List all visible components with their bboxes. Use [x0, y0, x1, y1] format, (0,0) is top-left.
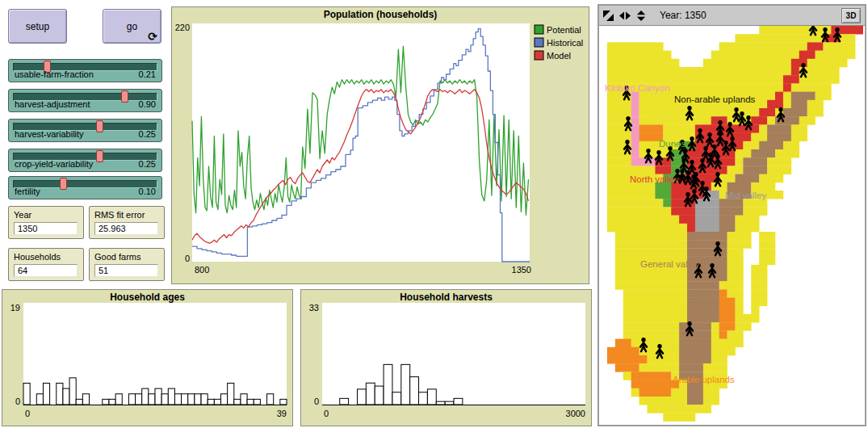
svg-text:0: 0	[314, 397, 319, 406]
legend-label-potential: Potential	[547, 25, 581, 35]
hist-bar	[234, 399, 241, 405]
view-content[interactable]: Kinbiko CanyonNon-arable uplandsDunesNor…	[599, 26, 865, 425]
monitor-households: Households 64	[8, 248, 84, 281]
hist-bar	[57, 383, 63, 405]
setup-button-label: setup	[26, 21, 49, 32]
hist-bar	[419, 392, 428, 405]
slider-value: 0.21	[139, 69, 156, 79]
svg-text:800: 800	[195, 265, 209, 275]
hist-bar	[103, 399, 109, 405]
go-button-label: go	[127, 21, 137, 32]
horizontal-arrows-icon[interactable]	[619, 11, 631, 20]
household-harvests-title: Household harvests	[301, 292, 591, 303]
hist-bar	[267, 394, 274, 405]
population-plot-title: Population (households)	[172, 9, 589, 20]
monitor-good-farms: Good farms 51	[89, 248, 165, 281]
hist-bar	[436, 401, 445, 405]
hist-bar	[82, 394, 89, 405]
slider-value: 0.25	[139, 159, 156, 169]
hist-bar	[136, 394, 142, 405]
hist-bar	[384, 364, 392, 405]
monitor-label: Year	[9, 207, 83, 220]
slider-harvest-variability[interactable]: harvest-variability0.25	[8, 119, 162, 142]
household-harvests-plot: 33003000 Household harvests	[300, 289, 592, 426]
hist-bar	[445, 401, 454, 405]
slider-usable-farm-fraction[interactable]: usable-farm-fraction0.21	[8, 59, 162, 82]
legend-swatch-model	[535, 51, 543, 60]
hist-bar	[182, 394, 188, 405]
hist-bar	[247, 399, 254, 405]
monitor-label: Good farms	[90, 249, 164, 262]
monitor-value: 25.963	[94, 222, 158, 235]
monitor-value: 64	[14, 264, 78, 277]
map-label: General valley	[640, 259, 700, 269]
slider-harvest-adjustment[interactable]: harvest-adjustment0.90	[8, 89, 162, 112]
svg-text:39: 39	[277, 409, 287, 418]
vertical-arrows-icon[interactable]	[636, 10, 646, 21]
hist-bar	[375, 386, 384, 405]
slider-value: 0.90	[139, 99, 156, 109]
svg-text:220: 220	[175, 23, 190, 32]
hist-bar	[149, 394, 155, 405]
slider-crop-yield-variability[interactable]: crop-yield-variability0.25	[8, 149, 162, 172]
hist-bar	[109, 399, 115, 405]
slider-value: 0.25	[139, 129, 156, 139]
hist-bar	[69, 378, 76, 405]
hist-bar	[201, 394, 208, 405]
hist-bar	[454, 398, 463, 405]
slider-fertility[interactable]: fertility0.10	[8, 176, 162, 199]
legend-swatch-historical	[535, 38, 543, 47]
population-plot-svg: 22008001350PotentialHistoricalModel	[172, 7, 589, 283]
hist-bar	[188, 394, 195, 405]
hist-bar	[128, 394, 135, 405]
hist-bar	[410, 377, 419, 405]
hist-bar	[427, 389, 436, 405]
setup-button[interactable]: setup	[8, 9, 67, 44]
monitor-value: 51	[94, 264, 158, 277]
household-harvests-svg: 33003000	[301, 290, 591, 426]
hist-bar	[161, 394, 168, 405]
legend-swatch-potential	[535, 25, 543, 34]
hist-bar	[214, 399, 220, 405]
slider-label: harvest-adjustment	[15, 99, 90, 109]
slider-label: harvest-variability	[15, 129, 84, 139]
slider-label: fertility	[15, 187, 40, 196]
view-3d-label: 3D	[846, 11, 857, 20]
svg-text:0: 0	[15, 397, 20, 406]
view-3d-button[interactable]: 3D	[841, 8, 861, 23]
map-canvas: Kinbiko CanyonNon-arable uplandsDunesNor…	[599, 26, 863, 425]
hist-bar	[63, 388, 69, 405]
view-toolbar: Year: 1350 3D	[599, 6, 865, 26]
svg-text:19: 19	[10, 303, 20, 313]
resize-view-icon[interactable]	[603, 10, 614, 21]
household-ages-plot: 190039 Household ages	[2, 289, 293, 426]
monitor-rms-fit-error: RMS fit error 25.963	[89, 206, 165, 239]
svg-text:0: 0	[324, 409, 329, 418]
hist-bar	[195, 394, 201, 405]
view-year-label: Year: 1350	[660, 10, 707, 21]
hist-bar	[36, 394, 43, 405]
forever-icon: ⟳	[148, 31, 157, 41]
hist-bar	[401, 364, 410, 405]
svg-text:33: 33	[309, 303, 319, 313]
map-label: Kinbiko Canyon	[605, 83, 670, 93]
go-button[interactable]: go ⟳	[103, 9, 161, 44]
map-label: Dunes	[659, 139, 686, 149]
monitor-value: 1350	[14, 222, 78, 235]
household-ages-svg: 190039	[2, 290, 292, 426]
hist-bar	[340, 398, 349, 405]
hist-bar	[221, 394, 228, 405]
svg-text:1350: 1350	[512, 265, 531, 275]
population-plot: 22008001350PotentialHistoricalModel Popu…	[171, 6, 589, 284]
hist-bar	[76, 399, 82, 405]
world-view: Year: 1350 3D Kinbiko CanyonNon-arable u…	[598, 4, 866, 426]
monitor-label: Households	[9, 249, 83, 262]
monitor-label: RMS fit error	[90, 207, 164, 220]
hist-bar	[155, 388, 161, 405]
map-label: Mid valley	[725, 191, 766, 200]
slider-label: usable-farm-fraction	[15, 69, 94, 79]
hist-bar	[43, 383, 49, 405]
slider-label: crop-yield-variability	[15, 159, 93, 169]
svg-text:0: 0	[25, 409, 30, 418]
hist-bar	[142, 388, 149, 405]
